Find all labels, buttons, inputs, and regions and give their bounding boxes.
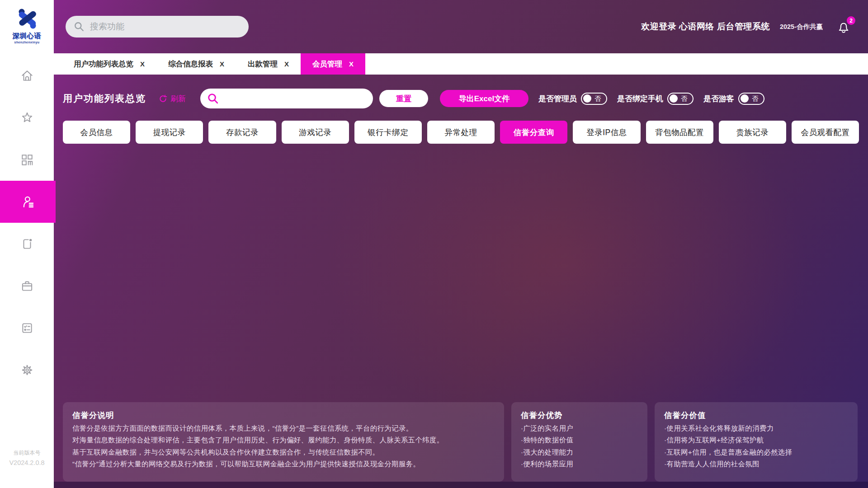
notification-badge: 2 bbox=[847, 16, 855, 25]
top-bar: 欢迎登录 心语网络 后台管理系统 2025-合作共赢 2 bbox=[54, 0, 868, 53]
page-title: 用户功能列表总览 bbox=[63, 92, 146, 105]
content-area: 用户功能列表总览 刷新 重置 导出Excel文件 bbox=[54, 75, 868, 488]
tab-close-icon[interactable]: X bbox=[349, 60, 354, 68]
apps-grid-icon bbox=[20, 153, 34, 167]
gear-icon bbox=[20, 363, 34, 377]
bottom-scroll-strip[interactable] bbox=[54, 482, 868, 488]
card-title: 信誉分优势 bbox=[521, 410, 638, 421]
tab-info-report[interactable]: 综合信息报表 X bbox=[156, 53, 236, 75]
tab-close-icon[interactable]: X bbox=[140, 60, 145, 68]
toggle-switch[interactable]: 否 bbox=[667, 93, 693, 105]
main-area: 欢迎登录 心语网络 后台管理系统 2025-合作共赢 2 用户功能列表总览 X … bbox=[54, 0, 868, 488]
sidebar-item-toolbox[interactable] bbox=[0, 265, 54, 307]
reset-button[interactable]: 重置 bbox=[379, 90, 428, 107]
version-info: 当前版本号 V2024.2.0.8 bbox=[0, 449, 54, 466]
search-icon bbox=[74, 21, 85, 32]
top-right-group: 欢迎登录 心语网络 后台管理系统 2025-合作共赢 2 bbox=[641, 19, 856, 34]
quick-button-member-info[interactable]: 会员信息 bbox=[63, 121, 130, 144]
card-list-item: ·便利的场景应用 bbox=[521, 459, 638, 469]
refresh-icon bbox=[159, 94, 167, 103]
sidebar-item-favorites[interactable] bbox=[0, 97, 54, 139]
card-list-item: ·信用将为互联网+经济保驾护航 bbox=[664, 435, 848, 445]
toggle-is-admin[interactable]: 是否管理员 否 bbox=[538, 93, 607, 105]
card-text-line: “信誉分”通过分析大量的网络交易及行为数据，可以帮助互联网金融企业为用户提供快速… bbox=[72, 459, 495, 469]
sidebar-nav bbox=[0, 55, 54, 391]
toggle-knob bbox=[741, 94, 749, 103]
welcome-text: 欢迎登录 心语网络 后台管理系统 bbox=[641, 21, 770, 33]
credit-score-cards: 信誉分说明 信誉分是依据方方面面的数据而设计的信用体系，本质上来说，“信誉分”是… bbox=[63, 402, 859, 482]
search-icon bbox=[207, 93, 219, 105]
notification-button[interactable]: 2 bbox=[836, 19, 851, 34]
tab-label: 会员管理 bbox=[312, 59, 342, 69]
card-list-item: ·有助营造人人信用的社会氛围 bbox=[664, 459, 848, 469]
quick-button-login-ip[interactable]: 登录IP信息 bbox=[573, 121, 640, 144]
card-credit-value: 信誉分价值 ·使用关系社会化将释放新的消费力 ·信用将为互联网+经济保驾护航 ·… bbox=[655, 402, 858, 482]
task-list-icon bbox=[20, 321, 34, 335]
tab-member-management[interactable]: 会员管理 X bbox=[301, 53, 365, 75]
global-search[interactable] bbox=[66, 16, 249, 38]
toggle-label: 是否游客 bbox=[703, 94, 734, 104]
tab-bar: 用户功能列表总览 X 综合信息报表 X 出款管理 X 会员管理 X bbox=[54, 53, 868, 75]
logo-subtitle: shenzhenxinyu bbox=[13, 41, 42, 44]
toolbar: 用户功能列表总览 刷新 重置 导出Excel文件 bbox=[63, 89, 859, 108]
member-user-icon bbox=[21, 195, 35, 209]
sidebar-item-members[interactable] bbox=[0, 181, 56, 223]
quick-button-credit-score[interactable]: 信誉分查询 bbox=[500, 121, 567, 144]
star-icon bbox=[20, 111, 34, 125]
card-title: 信誉分价值 bbox=[664, 410, 848, 421]
toggle-state: 否 bbox=[681, 95, 688, 102]
app-window: 深圳心语 shenzhenxinyu bbox=[0, 0, 868, 488]
card-list-item: ·强大的处理能力 bbox=[521, 447, 638, 457]
toggle-knob bbox=[583, 94, 591, 103]
tab-close-icon[interactable]: X bbox=[284, 60, 289, 68]
toggle-switch[interactable]: 否 bbox=[581, 93, 607, 105]
quick-button-bank-card[interactable]: 银行卡绑定 bbox=[354, 121, 422, 144]
quick-button-withdraw-records[interactable]: 提现记录 bbox=[136, 121, 203, 144]
filter-search-input[interactable] bbox=[224, 94, 366, 103]
toggle-label: 是否绑定手机 bbox=[617, 94, 663, 104]
toggle-phone-bound[interactable]: 是否绑定手机 否 bbox=[617, 93, 693, 105]
sidebar: 深圳心语 shenzhenxinyu bbox=[0, 0, 54, 488]
toggle-knob bbox=[670, 94, 678, 103]
sidebar-item-apps[interactable] bbox=[0, 139, 54, 181]
card-credit-description: 信誉分说明 信誉分是依据方方面面的数据而设计的信用体系，本质上来说，“信誉分”是… bbox=[63, 402, 504, 482]
version-number: V2024.2.0.8 bbox=[0, 459, 54, 466]
card-text-line: 对海量信息数据的综合处理和评估，主要包含了用户信用历史、行为偏好、履约能力、身份… bbox=[72, 435, 495, 445]
tab-close-icon[interactable]: X bbox=[220, 60, 224, 68]
quick-button-backpack-config[interactable]: 背包物品配置 bbox=[646, 121, 713, 144]
card-list-item: ·广泛的实名用户 bbox=[521, 423, 638, 433]
report-doc-icon bbox=[20, 237, 34, 251]
tab-label: 出款管理 bbox=[248, 59, 278, 69]
filter-search[interactable] bbox=[200, 89, 373, 108]
tab-payout-management[interactable]: 出款管理 X bbox=[236, 53, 301, 75]
refresh-label: 刷新 bbox=[170, 94, 186, 104]
sidebar-item-report[interactable] bbox=[0, 223, 54, 265]
quick-button-noble-records[interactable]: 贵族记录 bbox=[719, 121, 786, 144]
sidebar-item-settings[interactable] bbox=[0, 349, 54, 391]
toggle-state: 否 bbox=[752, 95, 759, 102]
card-credit-advantages: 信誉分优势 ·广泛的实名用户 ·独特的数据价值 ·强大的处理能力 ·便利的场景应… bbox=[511, 402, 647, 482]
toggle-state: 否 bbox=[594, 95, 601, 102]
card-title: 信誉分说明 bbox=[72, 410, 495, 421]
tab-label: 用户功能列表总览 bbox=[74, 59, 133, 69]
global-search-input[interactable] bbox=[90, 22, 241, 32]
quick-button-row: 会员信息 提现记录 存款记录 游戏记录 银行卡绑定 异常处理 信誉分查询 登录I… bbox=[63, 121, 859, 144]
tab-label: 综合信息报表 bbox=[168, 59, 213, 69]
quick-button-exception[interactable]: 异常处理 bbox=[427, 121, 495, 144]
logo-x-icon bbox=[15, 6, 39, 31]
version-label: 当前版本号 bbox=[0, 449, 54, 457]
quick-button-deposit-records[interactable]: 存款记录 bbox=[208, 121, 276, 144]
tab-user-function-list[interactable]: 用户功能列表总览 X bbox=[62, 53, 156, 75]
home-icon bbox=[20, 69, 34, 83]
toolbox-icon bbox=[20, 279, 34, 293]
quick-button-member-view-config[interactable]: 会员观看配置 bbox=[792, 121, 859, 144]
export-excel-button[interactable]: 导出Excel文件 bbox=[440, 90, 528, 107]
sidebar-item-home[interactable] bbox=[0, 55, 54, 97]
logo-title: 深圳心语 bbox=[13, 32, 42, 40]
refresh-button[interactable]: 刷新 bbox=[159, 94, 186, 104]
card-list-item: ·使用关系社会化将释放新的消费力 bbox=[664, 423, 848, 433]
toggle-switch[interactable]: 否 bbox=[738, 93, 764, 105]
quick-button-game-records[interactable]: 游戏记录 bbox=[282, 121, 349, 144]
sidebar-item-tasks[interactable] bbox=[0, 307, 54, 349]
toggle-is-guest[interactable]: 是否游客 否 bbox=[703, 93, 764, 105]
